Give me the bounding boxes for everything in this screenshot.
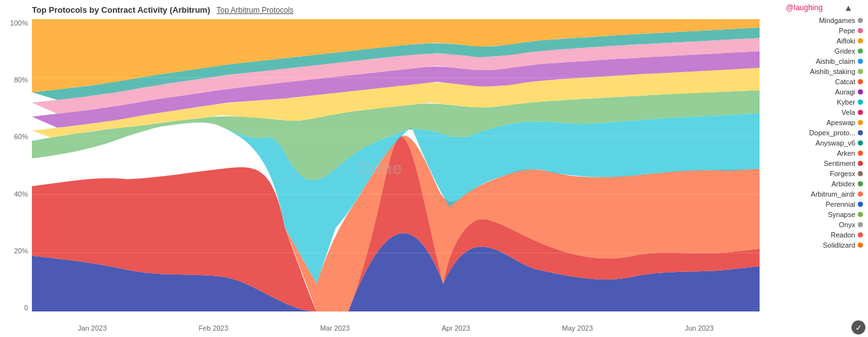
legend-color-dot [858,202,863,207]
legend-color-dot [858,59,863,64]
legend-color-dot [858,69,863,74]
x-label-jan: Jan 2023 [78,324,107,332]
legend-color-dot [858,18,863,23]
legend-color-dot [858,79,863,84]
y-label-20: 20% [14,247,28,255]
y-label-100: 100% [10,19,28,27]
main-container: Top Protocols by Contract Activity (Arbi… [0,0,868,337]
x-label-may: May 2023 [562,324,592,332]
legend-item-label: Perennial [826,200,855,208]
x-label-jun: Jun 2023 [685,324,714,332]
legend-color-dot [858,38,863,43]
legend-item-label: Kyber [837,98,855,106]
x-label-mar: Mar 2023 [320,324,349,332]
legend-color-dot [858,191,863,197]
legend-item-label: Forgesx [830,170,855,177]
legend-item[interactable]: Catcat [765,77,865,87]
legend-color-dot [858,130,863,135]
legend-item[interactable]: Aishib_claim [765,56,865,66]
legend-item[interactable]: Onyx [765,220,865,230]
legend-item-label: Pepe [839,27,855,34]
legend-item[interactable]: Aishib_staking [765,66,865,77]
legend-item-label: Solidlizard [823,241,855,249]
legend-list[interactable]: MindgamesPepeAiflokiGridexAishib_claimAi… [765,15,865,334]
chart-subtitle[interactable]: Top Arbitrum Protocols [217,6,294,15]
y-label-80: 80% [14,76,28,84]
legend-item-label: Dopex_proto... [809,129,855,137]
y-axis: 100% 80% 60% 40% 20% 0 [0,19,31,311]
legend-item-label: Readon [830,231,855,239]
y-label-60: 60% [14,133,28,140]
chart-area: Top Protocols by Contract Activity (Arbi… [0,0,760,337]
legend-color-dot [858,161,863,166]
legend-item[interactable]: Forgesx [765,168,865,179]
legend-item-label: Sentiment [823,160,855,167]
legend-item-label: Aishib_staking [810,68,855,75]
legend-item[interactable]: Mindgames [765,15,865,26]
legend-item[interactable]: Synapse [765,209,865,220]
y-label-40: 40% [14,190,28,198]
legend-item-label: Aifloki [837,37,855,45]
legend-item[interactable]: Arken [765,148,865,158]
legend-item[interactable]: Perennial [765,199,865,209]
legend-color-dot [858,232,863,237]
legend-color-dot [858,49,863,54]
legend-item-label: Catcat [835,78,855,86]
legend-color-dot [858,181,863,186]
legend-item[interactable]: Sentiment [765,158,865,168]
legend-color-dot [858,140,863,146]
x-label-feb: Feb 2023 [198,324,228,332]
legend-color-dot [858,171,863,176]
legend-user: @laughing [786,3,823,12]
legend-item[interactable]: Apeswap [765,117,865,128]
legend-item-label: Gridex [835,47,855,55]
chart-header: Top Protocols by Contract Activity (Arbi… [32,5,760,15]
legend-item-label: Anyswap_v6 [816,139,855,147]
legend-item-label: Arbitrum_airdr [811,190,855,198]
legend-item-label: Apeswap [827,119,855,126]
legend-color-dot [858,222,863,227]
legend-color-dot [858,151,863,156]
legend-item[interactable]: Auragi [765,87,865,97]
legend-item-label: Vela [842,109,855,116]
chart-title: Top Protocols by Contract Activity (Arbi… [32,5,210,15]
legend-color-dot [858,212,863,217]
legend-item[interactable]: Kyber [765,97,865,107]
legend-color-dot [858,120,863,125]
legend-item[interactable]: Dopex_proto... [765,128,865,138]
legend-item[interactable]: Readon [765,230,865,240]
legend-header: @laughing ▲ [765,3,865,13]
legend-color-dot [858,110,863,115]
legend-item[interactable]: Pepe [765,26,865,36]
stacked-area-chart [32,19,760,311]
legend-item-label: Aishib_claim [816,57,855,65]
legend-panel: @laughing ▲ MindgamesPepeAiflokiGridexAi… [760,0,868,337]
legend-item-label: Auragi [835,88,855,96]
legend-color-dot [858,28,863,33]
legend-item[interactable]: Aifloki [765,36,865,46]
x-label-apr: Apr 2023 [442,324,471,332]
legend-item-label: Synapse [828,211,855,218]
y-label-0: 0 [24,304,28,311]
legend-item-label: Arken [837,149,855,157]
legend-color-dot [858,243,863,248]
legend-item-label: Arbidex [832,180,855,188]
scroll-up-button[interactable]: ▲ [844,3,853,13]
legend-item[interactable]: Arbitrum_airdr [765,189,865,199]
legend-color-dot [858,100,863,105]
legend-item[interactable]: Gridex [765,46,865,56]
check-button[interactable]: ✓ [851,320,865,334]
legend-item[interactable]: Vela [765,107,865,117]
legend-item-label: Onyx [839,221,855,228]
legend-item[interactable]: Arbidex [765,179,865,189]
bottom-bar: ✓ [760,318,868,337]
x-axis: Jan 2023 Feb 2023 Mar 2023 Apr 2023 May … [32,324,760,332]
legend-item-label: Mindgames [819,17,855,24]
legend-color-dot [858,89,863,94]
legend-item[interactable]: Solidlizard [765,240,865,250]
legend-item[interactable]: Anyswap_v6 [765,138,865,148]
